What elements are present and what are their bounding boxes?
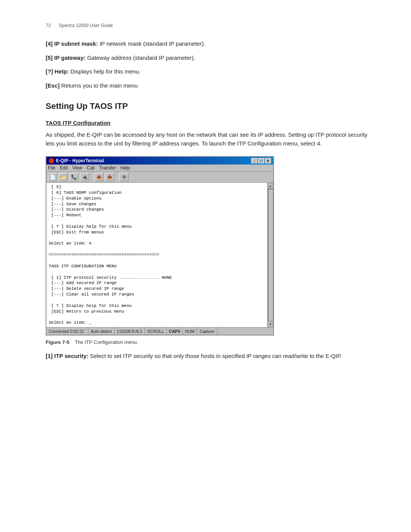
item4-text: IP network mask (standard IP parameter). [98, 40, 205, 47]
page-header: 72 Spectra 12000 User Guide [46, 23, 373, 28]
sub-heading: TAOS ITP Configuration [46, 120, 373, 126]
page-number: 72 [46, 23, 51, 28]
intro-text: As shipped, the E-QIP can be accessed by… [46, 131, 373, 148]
esc-label: [Esc] [46, 82, 60, 89]
scroll-up-arrow[interactable]: ▲ [268, 183, 273, 189]
open-button[interactable]: 📂 [59, 173, 68, 181]
scroll-track [268, 189, 273, 321]
esc-line: [Esc] Returns you to the main menu [46, 81, 373, 90]
figure-caption: Figure 7-5 The ITP Configuration menu. [46, 339, 373, 345]
terminal-menubar: File Edit View Call Transfer Help [46, 165, 273, 172]
status-baud: 115200 8-N-1 [115, 328, 145, 335]
item4-label: [4] IP subnet mask: [46, 40, 98, 47]
footnote-text: Select to set ITP security so that only … [88, 353, 342, 359]
help-label: [?] Help: [46, 68, 69, 75]
item5-text: Gateway address (standard IP parameter). [86, 54, 195, 61]
item5-line: [5] IP gateway: Gateway address (standar… [46, 54, 373, 62]
terminal-screen-wrapper: [ 5] [ 6] TAOS NDMP configuration [---] … [46, 183, 273, 327]
footnote-label: [1] ITP security: [46, 353, 88, 359]
figure-caption-desc: The ITP Configuration menu. [75, 339, 138, 345]
titlebar-controls[interactable]: _ □ × [251, 158, 271, 163]
properties-button[interactable]: ⚙ [119, 173, 129, 181]
dial-button[interactable]: 📞 [69, 173, 78, 181]
status-auto-detect: Auto detect [88, 328, 115, 335]
menu-transfer[interactable]: Transfer [99, 165, 116, 171]
maximize-button[interactable]: □ [258, 158, 264, 163]
close-button[interactable]: × [265, 158, 271, 163]
item4-line: [4] IP subnet mask: IP network mask (sta… [46, 40, 373, 48]
footnote: [1] ITP security: Select to set ITP secu… [46, 352, 373, 361]
item5-label: [5] IP gateway: [46, 54, 86, 61]
receive-button[interactable]: 📥 [105, 173, 114, 181]
send-button[interactable]: 📤 [94, 173, 104, 181]
page: 72 Spectra 12000 User Guide [4] IP subne… [0, 0, 411, 532]
guide-title: Spectra 12000 User Guide [59, 23, 113, 28]
new-button[interactable]: 📄 [48, 173, 57, 181]
menu-help[interactable]: Help [121, 165, 130, 171]
scroll-down-arrow[interactable]: ▼ [268, 321, 273, 327]
toolbar-separator2 [116, 173, 117, 181]
terminal-screen[interactable]: [ 5] [ 6] TAOS NDMP configuration [---] … [46, 183, 267, 327]
scrollbar[interactable]: ▲ ▼ [267, 183, 273, 327]
status-connected: Connected 0:02:21 [46, 328, 88, 335]
status-scroll: SCROLL [145, 328, 167, 335]
terminal-toolbar: 📄 📂 📞 🔌 📤 📥 ⚙ [46, 172, 273, 183]
esc-text: Returns you to the main menu [60, 82, 138, 89]
menu-view[interactable]: View [72, 165, 82, 171]
terminal-window: E-QIP - HyperTerminal _ □ × File Edit Vi… [46, 156, 274, 335]
menu-edit[interactable]: Edit [60, 165, 68, 171]
terminal-titlebar: E-QIP - HyperTerminal _ □ × [46, 157, 273, 165]
help-text: Displays help for this menu. [69, 68, 140, 75]
section-heading: Setting Up TAOS ITP [46, 101, 373, 111]
status-caps: CAP5 [167, 328, 183, 335]
figure-caption-text [71, 339, 73, 345]
figure-number: Figure 7-5 [46, 339, 69, 345]
status-capture: Capture [197, 328, 217, 335]
titlebar-left: E-QIP - HyperTerminal [49, 158, 104, 163]
terminal-app-icon [49, 158, 54, 163]
status-num: NUM [183, 328, 197, 335]
terminal-title: E-QIP - HyperTerminal [56, 158, 104, 163]
toolbar-separator [91, 173, 92, 181]
minimize-button[interactable]: _ [251, 158, 257, 163]
menu-file[interactable]: File [48, 165, 55, 171]
help-line: [?] Help: Displays help for this menu. [46, 67, 373, 76]
disconnect-button[interactable]: 🔌 [80, 173, 89, 181]
terminal-statusbar: Connected 0:02:21 Auto detect 115200 8-N… [46, 327, 273, 335]
menu-call[interactable]: Call [87, 165, 95, 171]
